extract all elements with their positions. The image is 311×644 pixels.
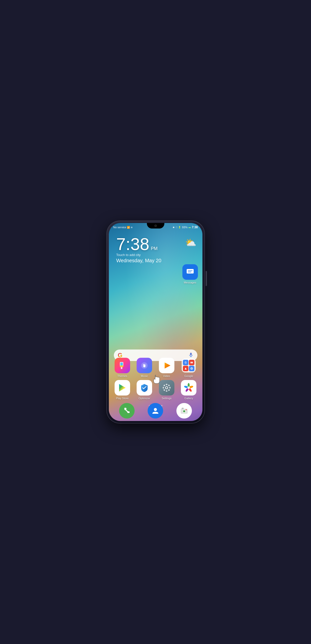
- svg-marker-22: [119, 384, 126, 392]
- status-left: No service 📶 ≋: [113, 226, 133, 229]
- app-grid: Themes: [111, 358, 200, 402]
- playstore-app-item[interactable]: Play Store: [112, 380, 132, 400]
- weather-icon: ⛅: [185, 238, 196, 248]
- google-label: Google: [184, 374, 193, 378]
- svg-point-25: [166, 387, 167, 388]
- video-play-icon: [162, 360, 172, 370]
- gallery-icon[interactable]: [181, 380, 196, 396]
- google-folder-icon[interactable]: G: [181, 358, 196, 373]
- settings-app-item[interactable]: Settings: [157, 380, 177, 400]
- svg-point-40: [154, 408, 157, 411]
- svg-marker-15: [165, 362, 170, 368]
- camera-lens-icon: [180, 406, 189, 415]
- svg-rect-30: [166, 390, 167, 392]
- svg-point-39: [187, 386, 190, 389]
- video-app-item[interactable]: Video: [157, 358, 177, 378]
- playstore-icon[interactable]: [115, 380, 130, 396]
- phone-outer: No service 📶 ≋ ★ □ 🔋 93% ▬ 7:38 7:38 PM: [107, 221, 204, 423]
- svg-marker-18: [185, 368, 187, 370]
- svg-rect-28: [169, 387, 171, 388]
- svg-rect-8: [120, 362, 123, 366]
- phone-handset-icon: [123, 407, 131, 415]
- battery-icon: 🔋: [178, 226, 181, 228]
- themes-icon[interactable]: [115, 358, 130, 373]
- music-label: Music: [141, 374, 148, 378]
- svg-rect-26: [166, 384, 167, 385]
- mic-icon[interactable]: [188, 352, 193, 358]
- phone-dock-item[interactable]: [119, 403, 135, 418]
- svg-rect-3: [190, 353, 192, 355]
- vibrate-icon: □: [176, 226, 177, 228]
- settings-gear-icon: [162, 383, 172, 393]
- themes-app-item[interactable]: Themes: [112, 358, 132, 378]
- messages-label: Messages: [184, 281, 196, 284]
- side-button[interactable]: [206, 271, 207, 286]
- clock-area: 7:38 PM Touch to add city Wednesday, May…: [116, 236, 161, 264]
- optimizer-icon[interactable]: [137, 380, 152, 396]
- optimizer-app-item[interactable]: Optimizer: [134, 380, 154, 400]
- contacts-icon[interactable]: [148, 403, 163, 418]
- camera-dot: [154, 224, 157, 227]
- optimizer-label: Optimizer: [139, 397, 150, 400]
- camera-icon[interactable]: [176, 403, 192, 418]
- svg-rect-9: [120, 366, 123, 367]
- music-icon[interactable]: [137, 358, 152, 373]
- status-time: 7:38: [192, 226, 198, 229]
- signal-icon: 📶: [127, 226, 130, 229]
- clock-digits: 7:38: [116, 236, 149, 252]
- optimizer-shield-icon: [140, 383, 149, 392]
- svg-point-45: [183, 410, 185, 412]
- gallery-flower-icon: [184, 383, 194, 393]
- phone-icon[interactable]: [119, 403, 135, 418]
- svg-rect-10: [121, 367, 122, 369]
- playstore-triangle-icon: [118, 383, 127, 392]
- gallery-app-item[interactable]: Gallery: [179, 380, 199, 400]
- video-icon[interactable]: [159, 358, 174, 373]
- svg-point-13: [144, 366, 145, 367]
- themes-label: Themes: [117, 374, 127, 378]
- clock-subtitle[interactable]: Touch to add city: [116, 253, 161, 257]
- camera-dock-item[interactable]: [176, 403, 192, 418]
- messages-app-icon[interactable]: [182, 264, 198, 280]
- music-note-icon: [140, 361, 149, 370]
- charging-icon: ▬: [188, 226, 191, 228]
- playstore-label: Play Store: [116, 397, 129, 400]
- settings-icon[interactable]: [159, 380, 174, 396]
- gallery-label: Gallery: [184, 397, 193, 400]
- svg-rect-32: [163, 387, 164, 388]
- video-label: Video: [163, 374, 170, 378]
- google-folder-item[interactable]: G: [179, 358, 199, 378]
- clock-date: Wednesday, May 20: [116, 258, 161, 264]
- svg-rect-16: [190, 362, 193, 363]
- app-row-1: Themes: [111, 358, 200, 378]
- messages-icon-area[interactable]: Messages: [182, 264, 198, 284]
- dock: [113, 403, 199, 418]
- bluetooth-icon: ★: [172, 226, 175, 229]
- settings-label: Settings: [162, 397, 172, 400]
- wifi-icon: ≋: [131, 226, 133, 229]
- screen: No service 📶 ≋ ★ □ 🔋 93% ▬ 7:38 7:38 PM: [109, 223, 202, 421]
- person-icon: [151, 407, 159, 415]
- svg-rect-0: [187, 269, 194, 274]
- clock-time-display: 7:38 PM: [116, 236, 161, 252]
- phone-inner: No service 📶 ≋ ★ □ 🔋 93% ▬ 7:38 7:38 PM: [109, 223, 202, 421]
- weather-widget[interactable]: ⛅: [185, 238, 196, 248]
- no-service-text: No service: [113, 226, 126, 229]
- app-row-2: Play Store: [111, 380, 200, 400]
- microphone-svg: [188, 352, 193, 357]
- notch: [147, 223, 164, 228]
- music-app-item[interactable]: Music: [134, 358, 154, 378]
- clock-ampm: PM: [151, 246, 158, 251]
- svg-rect-42: [182, 408, 184, 409]
- messages-svg-icon: [186, 268, 195, 276]
- contacts-dock-item[interactable]: [148, 403, 163, 418]
- status-right: ★ □ 🔋 93% ▬ 7:38: [172, 226, 198, 229]
- svg-point-46: [186, 409, 187, 410]
- battery-pct: 93%: [182, 226, 187, 229]
- themes-brush-icon: [118, 361, 127, 370]
